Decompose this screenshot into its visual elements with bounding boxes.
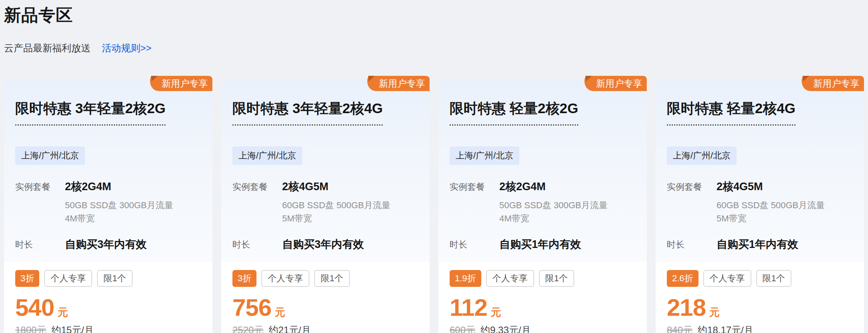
package-detail-line1: 50GB SSD盘 300GB月流量: [65, 199, 173, 212]
spec-row-package: 实例套餐 2核4G5M 60GB SSD盘 500GB月流量 5M带宽: [667, 179, 853, 225]
limit-tag: 限1个: [314, 270, 349, 287]
new-user-ribbon: 新用户专享: [579, 76, 647, 91]
package-value: 2核4G5M: [717, 179, 825, 194]
duration-value: 自购买1年内有效: [499, 237, 581, 252]
personal-tag: 个人专享: [703, 270, 751, 287]
duration-value: 自购买1年内有效: [717, 237, 798, 252]
card-info-section: 限时特惠 3年轻量2核4G 上海/广州/北京 实例套餐 2核4G5M 60GB …: [221, 80, 430, 262]
package-value: 2核2G4M: [499, 179, 608, 194]
activity-rules-link[interactable]: 活动规则>>: [102, 42, 151, 55]
tag-row: 3折 个人专享 限1个: [232, 270, 418, 287]
package-detail-line2: 4M带宽: [499, 212, 608, 225]
price-row: 756 元: [232, 296, 418, 320]
old-price-row: 840元 约18.17元/月: [667, 324, 853, 333]
spec-row-package: 实例套餐 2核2G4M 50GB SSD盘 300GB月流量 4M带宽: [15, 179, 201, 225]
price-row: 218 元: [667, 296, 853, 320]
product-card-1[interactable]: 新用户专享 限时特惠 3年轻量2核2G 上海/广州/北京 实例套餐 2核2G4M…: [4, 80, 212, 333]
card-price-section: 3折 个人专享 限1个 756 元 2520元 约21元/月: [221, 262, 430, 333]
old-price-row: 1800元 约15元/月: [15, 324, 201, 333]
spec-label-duration: 时长: [15, 237, 65, 252]
spec-label-duration: 时长: [667, 237, 717, 252]
ribbon-label: 新用户专享: [809, 76, 864, 91]
card-info-section: 限时特惠 3年轻量2核2G 上海/广州/北京 实例套餐 2核2G4M 50GB …: [4, 80, 212, 262]
spec-row-duration: 时长 自购买1年内有效: [450, 237, 636, 252]
personal-tag: 个人专享: [261, 270, 309, 287]
limit-tag: 限1个: [539, 270, 574, 287]
new-user-ribbon: 新用户专享: [362, 76, 430, 91]
package-value: 2核4G5M: [282, 179, 390, 194]
duration-value: 自购买3年内有效: [65, 237, 147, 252]
subtitle-row: 云产品最新福利放送 活动规则>>: [4, 42, 868, 55]
spec-label-duration: 时长: [450, 237, 499, 252]
personal-tag: 个人专享: [44, 270, 92, 287]
spec-label-package: 实例套餐: [15, 179, 65, 225]
spec-label-package: 实例套餐: [232, 179, 282, 225]
product-card-list: 新用户专享 限时特惠 3年轻量2核2G 上海/广州/北京 实例套餐 2核2G4M…: [4, 80, 864, 333]
region-tag: 上海/广州/北京: [15, 146, 85, 165]
ribbon-label: 新用户专享: [591, 76, 647, 91]
card-title: 限时特惠 轻量2核4G: [667, 99, 795, 126]
discount-tag: 1.9折: [450, 270, 481, 287]
ribbon-label: 新用户专享: [374, 76, 430, 91]
spec-row-duration: 时长 自购买1年内有效: [667, 237, 853, 252]
page-title: 新品专区: [4, 4, 868, 26]
spec-label-package: 实例套餐: [450, 179, 499, 225]
package-detail-line2: 5M带宽: [717, 212, 825, 225]
price-value: 218: [667, 296, 706, 320]
price-value: 540: [15, 296, 54, 320]
new-user-ribbon: 新用户专享: [145, 76, 212, 91]
region-tag: 上海/广州/北京: [667, 146, 737, 165]
tag-row: 2.6折 个人专享 限1个: [667, 270, 853, 287]
spec-row-package: 实例套餐 2核4G5M 60GB SSD盘 500GB月流量 5M带宽: [232, 179, 418, 225]
card-price-section: 1.9折 个人专享 限1个 112 元 600元 约9.33元/月: [438, 262, 647, 333]
package-detail-line2: 5M带宽: [282, 212, 390, 225]
region-tag: 上海/广州/北京: [232, 146, 302, 165]
limit-tag: 限1个: [756, 270, 791, 287]
old-price-row: 600元 约9.33元/月: [450, 324, 636, 333]
tag-row: 3折 个人专享 限1个: [15, 270, 201, 287]
monthly-price: 约15元/月: [51, 324, 93, 333]
new-user-ribbon: 新用户专享: [797, 76, 864, 91]
card-title: 限时特惠 轻量2核2G: [450, 99, 578, 126]
monthly-price: 约18.17元/月: [698, 324, 753, 333]
price-unit: 元: [275, 305, 285, 319]
discount-tag: 3折: [232, 270, 256, 287]
original-price: 840元: [667, 324, 692, 333]
spec-label-package: 实例套餐: [667, 179, 717, 225]
card-info-section: 限时特惠 轻量2核2G 上海/广州/北京 实例套餐 2核2G4M 50GB SS…: [438, 80, 647, 262]
price-unit: 元: [709, 305, 720, 319]
price-unit: 元: [491, 305, 501, 319]
price-row: 112 元: [450, 296, 636, 320]
product-card-3[interactable]: 新用户专享 限时特惠 轻量2核2G 上海/广州/北京 实例套餐 2核2G4M 5…: [438, 80, 647, 333]
new-products-section: 新品专区 云产品最新福利放送 活动规则>> 新用户专享 限时特惠 3年轻量2核2…: [0, 4, 868, 333]
package-detail-line2: 4M带宽: [65, 212, 173, 225]
card-title: 限时特惠 3年轻量2核4G: [232, 99, 383, 126]
spec-row-duration: 时长 自购买3年内有效: [15, 237, 201, 252]
section-subtitle: 云产品最新福利放送: [4, 42, 91, 55]
package-detail: 50GB SSD盘 300GB月流量 4M带宽: [65, 199, 173, 225]
product-card-4[interactable]: 新用户专享 限时特惠 轻量2核4G 上海/广州/北京 实例套餐 2核4G5M 6…: [656, 80, 864, 333]
package-detail-line1: 60GB SSD盘 500GB月流量: [717, 199, 825, 212]
card-price-section: 2.6折 个人专享 限1个 218 元 840元 约18.17元/月: [656, 262, 864, 333]
original-price: 1800元: [15, 324, 46, 333]
product-card-2[interactable]: 新用户专享 限时特惠 3年轻量2核4G 上海/广州/北京 实例套餐 2核4G5M…: [221, 80, 430, 333]
monthly-price: 约9.33元/月: [480, 324, 531, 333]
personal-tag: 个人专享: [486, 270, 534, 287]
spec-row-duration: 时长 自购买3年内有效: [232, 237, 418, 252]
original-price: 600元: [450, 324, 475, 333]
package-value: 2核2G4M: [65, 179, 173, 194]
price-unit: 元: [58, 305, 68, 319]
card-title: 限时特惠 3年轻量2核2G: [15, 99, 166, 126]
discount-tag: 2.6折: [667, 270, 698, 287]
discount-tag: 3折: [15, 270, 39, 287]
price-row: 540 元: [15, 296, 201, 320]
spec-label-duration: 时长: [232, 237, 282, 252]
duration-value: 自购买3年内有效: [282, 237, 364, 252]
spec-row-package: 实例套餐 2核2G4M 50GB SSD盘 300GB月流量 4M带宽: [450, 179, 636, 225]
package-detail: 60GB SSD盘 500GB月流量 5M带宽: [717, 199, 825, 225]
ribbon-label: 新用户专享: [157, 76, 212, 91]
card-price-section: 3折 个人专享 限1个 540 元 1800元 约15元/月: [4, 262, 212, 333]
region-tag: 上海/广州/北京: [450, 146, 519, 165]
tag-row: 1.9折 个人专享 限1个: [450, 270, 636, 287]
card-info-section: 限时特惠 轻量2核4G 上海/广州/北京 实例套餐 2核4G5M 60GB SS…: [656, 80, 864, 262]
